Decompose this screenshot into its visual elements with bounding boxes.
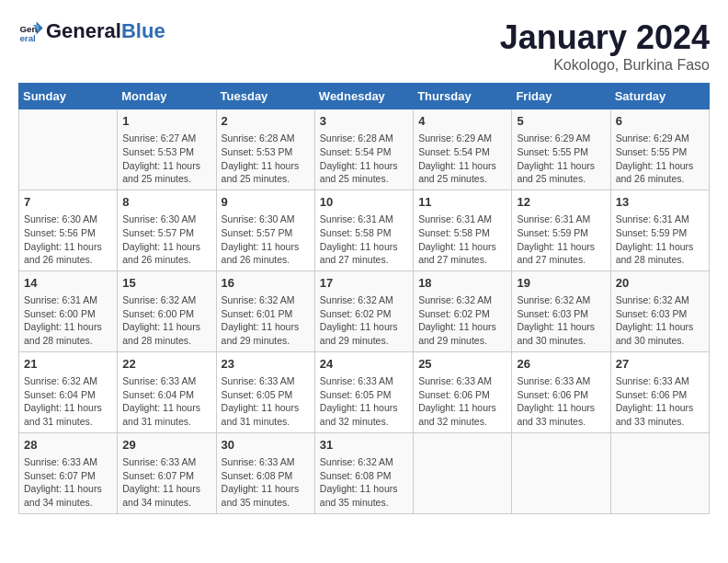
day-number: 30 xyxy=(222,437,310,454)
calendar-cell: 18Sunrise: 6:32 AM Sunset: 6:02 PM Dayli… xyxy=(414,270,512,351)
day-info: Sunrise: 6:32 AM Sunset: 6:08 PM Dayligh… xyxy=(320,455,408,510)
day-info: Sunrise: 6:33 AM Sunset: 6:07 PM Dayligh… xyxy=(122,455,210,510)
day-number: 16 xyxy=(222,275,310,292)
day-info: Sunrise: 6:31 AM Sunset: 5:58 PM Dayligh… xyxy=(320,213,408,267)
calendar-cell: 4Sunrise: 6:29 AM Sunset: 5:54 PM Daylig… xyxy=(414,109,512,190)
calendar-cell: 17Sunrise: 6:32 AM Sunset: 6:02 PM Dayli… xyxy=(314,270,413,351)
calendar-table: SundayMondayTuesdayWednesdayThursdayFrid… xyxy=(18,83,710,514)
col-header-sunday: Sunday xyxy=(19,84,118,109)
col-header-saturday: Saturday xyxy=(610,84,709,109)
calendar-cell: 29Sunrise: 6:33 AM Sunset: 6:07 PM Dayli… xyxy=(118,432,216,513)
day-info: Sunrise: 6:28 AM Sunset: 5:54 PM Dayligh… xyxy=(320,132,408,186)
calendar-cell: 20Sunrise: 6:32 AM Sunset: 6:03 PM Dayli… xyxy=(610,270,709,351)
col-header-thursday: Thursday xyxy=(414,84,512,109)
day-info: Sunrise: 6:31 AM Sunset: 6:00 PM Dayligh… xyxy=(24,293,112,348)
svg-text:eral: eral xyxy=(19,33,36,43)
day-info: Sunrise: 6:27 AM Sunset: 5:53 PM Dayligh… xyxy=(122,132,210,186)
title-area: January 2024 Kokologo, Burkina Faso xyxy=(500,18,710,74)
day-number: 10 xyxy=(320,194,408,211)
calendar-cell: 8Sunrise: 6:30 AM Sunset: 5:57 PM Daylig… xyxy=(118,190,216,270)
day-info: Sunrise: 6:32 AM Sunset: 6:03 PM Dayligh… xyxy=(616,293,704,348)
logo-icon: Gen eral xyxy=(18,18,44,44)
day-number: 21 xyxy=(24,356,112,373)
week-row-2: 7Sunrise: 6:30 AM Sunset: 5:56 PM Daylig… xyxy=(19,190,710,270)
day-info: Sunrise: 6:31 AM Sunset: 5:59 PM Dayligh… xyxy=(517,213,605,267)
day-number: 11 xyxy=(418,194,506,211)
calendar-cell: 19Sunrise: 6:32 AM Sunset: 6:03 PM Dayli… xyxy=(512,270,610,351)
day-info: Sunrise: 6:33 AM Sunset: 6:06 PM Dayligh… xyxy=(517,374,605,429)
calendar-cell: 3Sunrise: 6:28 AM Sunset: 5:54 PM Daylig… xyxy=(314,109,413,190)
day-number: 18 xyxy=(418,275,506,292)
day-number: 8 xyxy=(122,194,210,211)
col-header-wednesday: Wednesday xyxy=(314,84,413,109)
day-number: 9 xyxy=(222,194,310,211)
col-header-monday: Monday xyxy=(118,84,216,109)
day-number: 19 xyxy=(517,275,605,292)
day-number: 5 xyxy=(517,113,605,130)
day-info: Sunrise: 6:32 AM Sunset: 6:01 PM Dayligh… xyxy=(222,293,310,348)
day-number: 4 xyxy=(418,113,506,130)
calendar-cell: 11Sunrise: 6:31 AM Sunset: 5:58 PM Dayli… xyxy=(414,190,512,270)
day-number: 26 xyxy=(517,356,605,373)
day-number: 7 xyxy=(24,194,112,211)
calendar-cell: 6Sunrise: 6:29 AM Sunset: 5:55 PM Daylig… xyxy=(610,109,709,190)
header: Gen eral GeneralBlue January 2024 Kokolo… xyxy=(18,18,710,74)
day-info: Sunrise: 6:32 AM Sunset: 6:02 PM Dayligh… xyxy=(418,293,506,348)
week-row-1: 1Sunrise: 6:27 AM Sunset: 5:53 PM Daylig… xyxy=(19,109,710,190)
calendar-cell: 7Sunrise: 6:30 AM Sunset: 5:56 PM Daylig… xyxy=(19,190,118,270)
calendar-cell: 25Sunrise: 6:33 AM Sunset: 6:06 PM Dayli… xyxy=(414,351,512,432)
day-info: Sunrise: 6:32 AM Sunset: 6:04 PM Dayligh… xyxy=(24,374,112,429)
day-number: 1 xyxy=(122,113,210,130)
logo: Gen eral GeneralBlue xyxy=(18,18,165,44)
calendar-cell xyxy=(19,109,118,190)
day-number: 20 xyxy=(616,275,704,292)
calendar-cell: 2Sunrise: 6:28 AM Sunset: 5:53 PM Daylig… xyxy=(216,109,314,190)
day-info: Sunrise: 6:32 AM Sunset: 6:02 PM Dayligh… xyxy=(320,293,408,348)
day-number: 25 xyxy=(418,356,506,373)
day-number: 23 xyxy=(222,356,310,373)
day-info: Sunrise: 6:29 AM Sunset: 5:55 PM Dayligh… xyxy=(616,132,704,186)
day-number: 31 xyxy=(320,437,408,454)
calendar-cell: 24Sunrise: 6:33 AM Sunset: 6:05 PM Dayli… xyxy=(314,351,413,432)
calendar-cell: 27Sunrise: 6:33 AM Sunset: 6:06 PM Dayli… xyxy=(610,351,709,432)
col-header-friday: Friday xyxy=(512,84,610,109)
calendar-cell: 9Sunrise: 6:30 AM Sunset: 5:57 PM Daylig… xyxy=(216,190,314,270)
day-number: 2 xyxy=(222,113,310,130)
day-number: 15 xyxy=(122,275,210,292)
week-row-3: 14Sunrise: 6:31 AM Sunset: 6:00 PM Dayli… xyxy=(19,270,710,351)
calendar-cell: 28Sunrise: 6:33 AM Sunset: 6:07 PM Dayli… xyxy=(19,432,118,513)
day-info: Sunrise: 6:33 AM Sunset: 6:07 PM Dayligh… xyxy=(24,455,112,510)
day-info: Sunrise: 6:28 AM Sunset: 5:53 PM Dayligh… xyxy=(222,132,310,186)
day-info: Sunrise: 6:30 AM Sunset: 5:57 PM Dayligh… xyxy=(122,213,210,267)
day-number: 24 xyxy=(320,356,408,373)
day-number: 27 xyxy=(616,356,704,373)
calendar-cell: 1Sunrise: 6:27 AM Sunset: 5:53 PM Daylig… xyxy=(118,109,216,190)
day-number: 3 xyxy=(320,113,408,130)
day-info: Sunrise: 6:33 AM Sunset: 6:05 PM Dayligh… xyxy=(222,374,310,429)
calendar-cell: 31Sunrise: 6:32 AM Sunset: 6:08 PM Dayli… xyxy=(314,432,413,513)
calendar-cell: 30Sunrise: 6:33 AM Sunset: 6:08 PM Dayli… xyxy=(216,432,314,513)
calendar-cell: 10Sunrise: 6:31 AM Sunset: 5:58 PM Dayli… xyxy=(314,190,413,270)
day-info: Sunrise: 6:31 AM Sunset: 5:59 PM Dayligh… xyxy=(616,213,704,267)
day-number: 28 xyxy=(24,437,112,454)
month-title: January 2024 xyxy=(500,18,710,57)
calendar-cell: 21Sunrise: 6:32 AM Sunset: 6:04 PM Dayli… xyxy=(19,351,118,432)
day-info: Sunrise: 6:29 AM Sunset: 5:55 PM Dayligh… xyxy=(517,132,605,186)
calendar-cell: 26Sunrise: 6:33 AM Sunset: 6:06 PM Dayli… xyxy=(512,351,610,432)
day-info: Sunrise: 6:31 AM Sunset: 5:58 PM Dayligh… xyxy=(418,213,506,267)
day-info: Sunrise: 6:33 AM Sunset: 6:06 PM Dayligh… xyxy=(418,374,506,429)
day-info: Sunrise: 6:29 AM Sunset: 5:54 PM Dayligh… xyxy=(418,132,506,186)
calendar-cell: 16Sunrise: 6:32 AM Sunset: 6:01 PM Dayli… xyxy=(216,270,314,351)
day-info: Sunrise: 6:33 AM Sunset: 6:08 PM Dayligh… xyxy=(222,455,310,510)
day-number: 17 xyxy=(320,275,408,292)
day-info: Sunrise: 6:32 AM Sunset: 6:00 PM Dayligh… xyxy=(122,293,210,348)
calendar-cell: 15Sunrise: 6:32 AM Sunset: 6:00 PM Dayli… xyxy=(118,270,216,351)
day-number: 13 xyxy=(616,194,704,211)
logo-text: GeneralBlue xyxy=(46,20,165,42)
calendar-cell: 13Sunrise: 6:31 AM Sunset: 5:59 PM Dayli… xyxy=(610,190,709,270)
day-number: 6 xyxy=(616,113,704,130)
week-row-4: 21Sunrise: 6:32 AM Sunset: 6:04 PM Dayli… xyxy=(19,351,710,432)
calendar-cell: 14Sunrise: 6:31 AM Sunset: 6:00 PM Dayli… xyxy=(19,270,118,351)
calendar-cell: 12Sunrise: 6:31 AM Sunset: 5:59 PM Dayli… xyxy=(512,190,610,270)
day-number: 12 xyxy=(517,194,605,211)
